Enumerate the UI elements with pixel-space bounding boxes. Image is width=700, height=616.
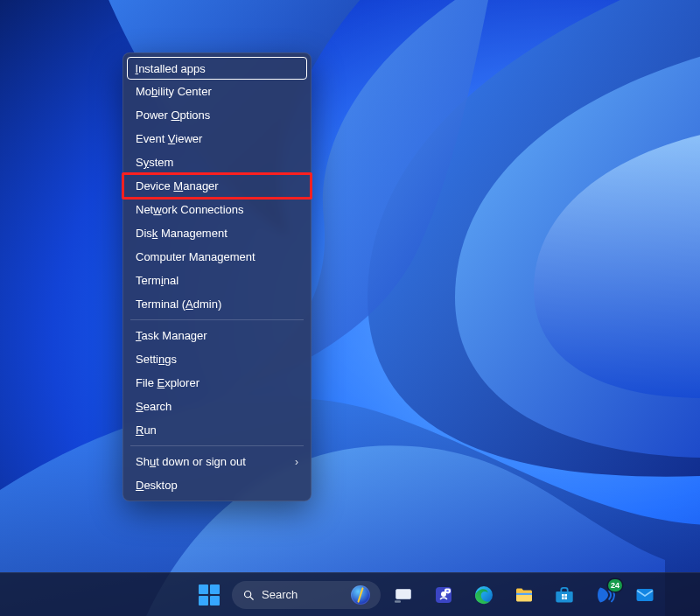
chat-icon	[433, 584, 454, 606]
winx-item-label: Settings	[136, 353, 177, 366]
winx-item-label: System	[136, 156, 173, 169]
winx-item[interactable]: Settings	[127, 347, 307, 371]
winx-item[interactable]: System	[127, 150, 307, 174]
winx-item[interactable]: Power Options	[127, 103, 307, 127]
winx-item[interactable]: Terminal (Admin)	[127, 292, 307, 316]
winx-item-label: Terminal	[136, 274, 178, 287]
chevron-right-icon: ›	[295, 456, 298, 468]
chat-button[interactable]	[426, 578, 461, 612]
winx-item-label: Device Manager	[136, 179, 219, 192]
winx-item-label: Shut down or sign out	[136, 455, 246, 468]
winx-item-label: Task Manager	[136, 329, 207, 342]
phone-link-button[interactable]: 24	[587, 578, 622, 612]
taskbar: Search	[0, 572, 700, 616]
folder-icon	[514, 584, 535, 606]
winx-item[interactable]: Device Manager	[127, 174, 307, 198]
winx-item[interactable]: Mobility Center	[127, 80, 307, 103]
winx-item[interactable]: Computer Management	[127, 245, 307, 269]
svg-rect-11	[516, 592, 532, 594]
phone-link-badge: 24	[608, 579, 622, 592]
winx-item-label: Computer Management	[136, 250, 256, 263]
winx-item[interactable]: File Explorer	[127, 371, 307, 395]
file-explorer-button[interactable]	[507, 578, 542, 612]
winx-item[interactable]: Terminal	[127, 269, 307, 292]
winx-item[interactable]: Shut down or sign out›	[127, 450, 307, 473]
winx-item-label: Run	[136, 424, 157, 437]
winx-item[interactable]: Network Connections	[127, 198, 307, 221]
search-icon	[242, 589, 255, 601]
taskbar-search-label: Search	[262, 588, 298, 601]
winx-item[interactable]: Disk Management	[127, 221, 307, 245]
winx-item-label: Search	[136, 400, 172, 413]
edge-button[interactable]	[466, 578, 501, 612]
taskview-button[interactable]	[386, 578, 421, 612]
menu-separator	[130, 319, 304, 320]
windows-logo-icon	[199, 584, 220, 606]
taskbar-search[interactable]: Search	[232, 581, 381, 609]
bing-orb-icon	[351, 585, 370, 605]
svg-rect-12	[562, 594, 564, 597]
mail-button[interactable]	[627, 578, 662, 612]
svg-rect-4	[395, 600, 401, 602]
taskview-icon	[393, 584, 414, 606]
winx-item[interactable]: Run	[127, 418, 307, 442]
winx-item[interactable]: Search	[127, 395, 307, 418]
winx-item-label: Disk Management	[136, 227, 228, 240]
winx-item-label: Event Viewer	[136, 132, 202, 145]
winx-item[interactable]: Installed apps	[127, 57, 307, 80]
store-icon	[554, 584, 575, 606]
winx-item-label: Installed apps	[136, 62, 206, 75]
svg-rect-13	[564, 594, 567, 597]
start-button[interactable]	[192, 578, 227, 612]
svg-rect-2	[396, 589, 411, 598]
svg-rect-15	[564, 597, 567, 599]
winx-item-label: Desktop	[136, 479, 178, 492]
winx-menu[interactable]: Installed appsMobility CenterPower Optio…	[122, 52, 312, 501]
edge-icon	[473, 584, 494, 606]
mail-icon	[634, 584, 655, 606]
svg-rect-14	[562, 597, 564, 599]
microsoft-store-button[interactable]	[547, 578, 582, 612]
svg-line-1	[250, 596, 253, 598]
winx-item-label: File Explorer	[136, 376, 200, 389]
menu-separator	[130, 445, 304, 446]
svg-point-8	[446, 589, 449, 592]
winx-item[interactable]: Event Viewer	[127, 127, 307, 150]
winx-item-label: Network Connections	[136, 203, 244, 216]
svg-rect-16	[637, 589, 654, 601]
winx-item[interactable]: Desktop	[127, 473, 307, 497]
desktop-wallpaper	[0, 0, 700, 616]
winx-item[interactable]: Task Manager	[127, 324, 307, 347]
winx-item-label: Terminal (Admin)	[136, 298, 221, 311]
winx-item-label: Mobility Center	[136, 85, 212, 98]
winx-item-label: Power Options	[136, 108, 210, 122]
